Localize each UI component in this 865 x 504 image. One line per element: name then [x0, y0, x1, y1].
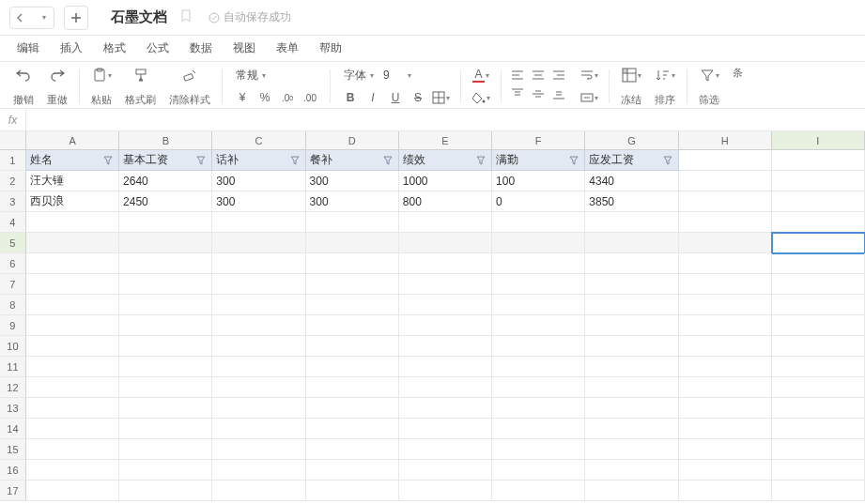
cell[interactable]	[679, 398, 772, 419]
cell[interactable]	[679, 191, 772, 212]
menu-data[interactable]: 数据	[190, 40, 212, 56]
cell[interactable]: 300	[212, 191, 305, 212]
cell[interactable]: 300	[306, 191, 399, 212]
cell[interactable]	[212, 377, 305, 398]
cell[interactable]	[772, 233, 865, 253]
valign-bottom-button[interactable]	[548, 84, 569, 103]
clear-format-button[interactable]: 清除样式	[163, 66, 216, 107]
row-header[interactable]: 6	[0, 253, 26, 274]
cell[interactable]	[585, 295, 678, 315]
italic-button[interactable]: I	[363, 88, 383, 107]
currency-button[interactable]: ¥	[232, 88, 253, 107]
filter-button[interactable]: ▾ 筛选	[693, 66, 725, 107]
cell[interactable]	[679, 253, 772, 274]
decimal-inc-button[interactable]: .00	[300, 88, 320, 107]
cell[interactable]	[772, 295, 865, 315]
row-header[interactable]: 13	[0, 398, 26, 419]
cell[interactable]	[772, 377, 865, 398]
row-header[interactable]: 8	[0, 295, 26, 315]
cell[interactable]	[679, 150, 772, 171]
row-header[interactable]: 5	[0, 233, 26, 253]
cell[interactable]	[399, 336, 492, 357]
decimal-dec-button[interactable]: .00	[277, 88, 298, 107]
cell[interactable]	[492, 419, 585, 439]
cell[interactable]	[212, 481, 305, 501]
cell[interactable]	[772, 460, 865, 481]
cell[interactable]	[772, 419, 865, 439]
cell[interactable]	[772, 253, 865, 274]
cell[interactable]	[492, 233, 585, 253]
cell[interactable]	[212, 398, 305, 419]
cell[interactable]: 基本工资	[119, 150, 212, 171]
cell[interactable]: 餐补	[306, 150, 399, 171]
cell[interactable]	[119, 233, 212, 253]
cell[interactable]	[119, 212, 212, 233]
column-header-I[interactable]: I	[772, 131, 865, 150]
bold-button[interactable]: B	[340, 88, 361, 107]
cell[interactable]: 4340	[585, 171, 678, 191]
cell[interactable]	[772, 357, 865, 377]
cell[interactable]	[212, 295, 305, 315]
cell[interactable]: 话补	[212, 150, 305, 171]
cell[interactable]: 800	[399, 191, 492, 212]
cell[interactable]	[306, 274, 399, 295]
cell[interactable]	[26, 336, 119, 357]
add-tab-button[interactable]	[64, 6, 88, 30]
cell[interactable]	[772, 315, 865, 336]
cell[interactable]	[26, 460, 119, 481]
cell[interactable]	[679, 295, 772, 315]
cell[interactable]	[679, 212, 772, 233]
font-color-button[interactable]: A▾	[471, 66, 491, 84]
number-format-select[interactable]: 常规▾	[232, 66, 320, 84]
menu-format[interactable]: 格式	[103, 40, 126, 56]
cell[interactable]	[306, 419, 399, 439]
cell[interactable]	[306, 398, 399, 419]
cell[interactable]	[585, 357, 678, 377]
row-header[interactable]: 14	[0, 419, 26, 439]
column-header-C[interactable]: C	[212, 131, 305, 150]
font-family-select[interactable]: 字体▾	[340, 66, 378, 84]
cell[interactable]	[399, 439, 492, 460]
cell[interactable]	[26, 377, 119, 398]
cell[interactable]	[399, 481, 492, 501]
cell[interactable]	[306, 377, 399, 398]
cell[interactable]	[492, 460, 585, 481]
cell[interactable]	[119, 253, 212, 274]
filter-icon[interactable]	[288, 154, 301, 167]
cell[interactable]	[119, 439, 212, 460]
valign-middle-button[interactable]	[528, 84, 548, 103]
row-header[interactable]: 10	[0, 336, 26, 357]
column-header-F[interactable]: F	[492, 131, 585, 150]
row-header[interactable]: 16	[0, 460, 26, 481]
column-header-G[interactable]: G	[585, 131, 678, 150]
wrap-text-button[interactable]: ▾	[579, 66, 599, 84]
cell[interactable]	[399, 233, 492, 253]
paste-button[interactable]: ▾ 粘贴	[85, 66, 117, 107]
align-center-button[interactable]	[528, 66, 548, 84]
cell[interactable]	[679, 419, 772, 439]
cell[interactable]	[585, 460, 678, 481]
cell[interactable]	[585, 233, 678, 253]
column-header-B[interactable]: B	[119, 131, 212, 150]
cell[interactable]	[585, 336, 678, 357]
cell[interactable]	[26, 419, 119, 439]
cell[interactable]	[679, 315, 772, 336]
cell[interactable]	[492, 295, 585, 315]
cell[interactable]	[212, 253, 305, 274]
cell[interactable]	[492, 336, 585, 357]
cell[interactable]	[26, 398, 119, 419]
cell[interactable]	[585, 253, 678, 274]
cell[interactable]: 绩效	[399, 150, 492, 171]
menu-edit[interactable]: 编辑	[17, 40, 39, 56]
menu-form[interactable]: 表单	[276, 40, 299, 56]
freeze-button[interactable]: ▾ 冻结	[615, 66, 647, 107]
cell[interactable]	[26, 315, 119, 336]
row-header[interactable]: 17	[0, 481, 26, 501]
undo-button[interactable]: 撤销	[8, 66, 39, 107]
cell[interactable]: 3850	[585, 191, 678, 212]
cell[interactable]: 0	[492, 191, 585, 212]
cell[interactable]	[679, 336, 772, 357]
filter-icon[interactable]	[194, 154, 208, 167]
nav-forward-button[interactable]: ▾	[33, 8, 54, 28]
row-header[interactable]: 15	[0, 439, 26, 460]
